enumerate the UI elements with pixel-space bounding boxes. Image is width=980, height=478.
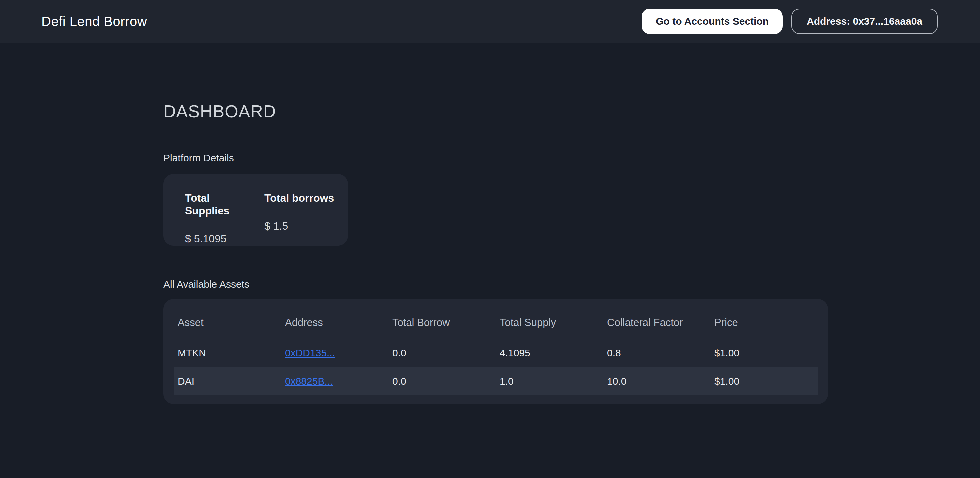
- total-borrows-stat: Total borrows $ 1.5: [264, 192, 334, 232]
- total-supplies-stat: Total Supplies $ 5.1095: [185, 192, 256, 232]
- table-row-mtkn: MTKN 0xDD135... 0.0 4.1095 0.8 $1.00: [173, 339, 818, 367]
- cell-address: 0x8825B...: [281, 367, 388, 395]
- app-title: Defi Lend Borrow: [41, 14, 147, 29]
- col-header-address: Address: [281, 299, 388, 339]
- navbar: Defi Lend Borrow Go to Accounts Section …: [0, 0, 980, 43]
- cell-total-borrow: 0.0: [388, 339, 496, 367]
- navbar-actions: Go to Accounts Section Address: 0x37...1…: [642, 9, 938, 34]
- col-header-total-supply: Total Supply: [496, 299, 603, 339]
- header-row: Asset Address Total Borrow Total Supply …: [173, 299, 818, 339]
- col-header-price: Price: [710, 299, 818, 339]
- cell-collateral-factor: 10.0: [603, 367, 710, 395]
- col-header-collateral-factor: Collateral Factor: [603, 299, 710, 339]
- table-row-dai: DAI 0x8825B... 0.0 1.0 10.0 $1.00: [173, 367, 818, 395]
- cell-collateral-factor: 0.8: [603, 339, 710, 367]
- assets-table-card: Asset Address Total Borrow Total Supply …: [163, 299, 828, 404]
- col-header-total-borrow: Total Borrow: [388, 299, 496, 339]
- main-content: DASHBOARD Platform Details Total Supplie…: [163, 101, 828, 404]
- total-supplies-title: Total Supplies: [185, 192, 256, 217]
- available-assets-label: All Available Assets: [163, 278, 828, 290]
- cell-address: 0xDD135...: [281, 339, 388, 367]
- go-to-accounts-button[interactable]: Go to Accounts Section: [642, 9, 783, 34]
- cell-asset: DAI: [173, 367, 281, 395]
- cell-asset: MTKN: [173, 339, 281, 367]
- cell-total-borrow: 0.0: [388, 367, 496, 395]
- wallet-address-button[interactable]: Address: 0x37...16aaa0a: [791, 9, 938, 34]
- stat-divider: [256, 192, 256, 232]
- asset-address-link[interactable]: 0x8825B...: [285, 376, 332, 387]
- platform-stats-card: Total Supplies $ 5.1095 Total borrows $ …: [163, 174, 348, 246]
- cell-price: $1.00: [710, 367, 818, 395]
- assets-table-body: MTKN 0xDD135... 0.0 4.1095 0.8 $1.00 DAI…: [173, 339, 818, 395]
- cell-total-supply: 4.1095: [496, 339, 603, 367]
- total-borrows-value: $ 1.5: [264, 220, 334, 232]
- platform-details-label: Platform Details: [163, 152, 828, 164]
- col-header-asset: Asset: [173, 299, 281, 339]
- assets-table-head: Asset Address Total Borrow Total Supply …: [173, 299, 818, 339]
- assets-table: Asset Address Total Borrow Total Supply …: [173, 299, 818, 395]
- cell-total-supply: 1.0: [496, 367, 603, 395]
- asset-address-link[interactable]: 0xDD135...: [285, 347, 335, 358]
- total-supplies-value: $ 5.1095: [185, 232, 256, 245]
- page-title: DASHBOARD: [163, 101, 828, 121]
- total-borrows-title: Total borrows: [264, 192, 334, 204]
- cell-price: $1.00: [710, 339, 818, 367]
